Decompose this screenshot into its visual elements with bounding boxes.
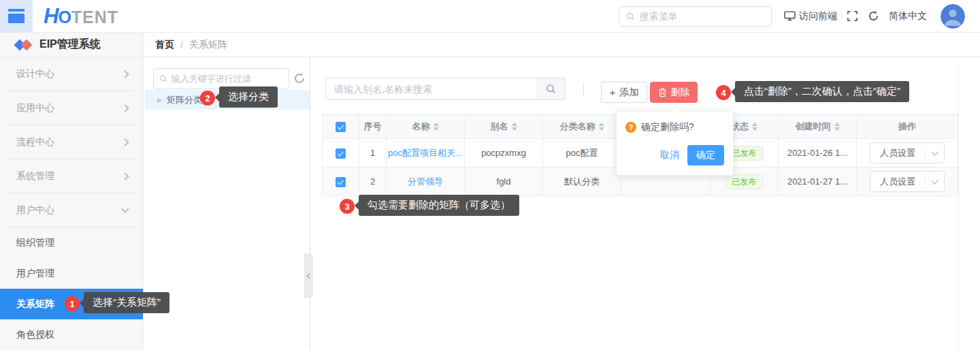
row-checkbox[interactable]	[336, 148, 346, 159]
trash-icon	[658, 88, 667, 97]
table-search-button[interactable]	[536, 78, 566, 100]
header-action: 操作	[857, 114, 958, 139]
fullscreen-icon	[847, 10, 858, 22]
select-all-checkbox[interactable]	[336, 122, 346, 132]
tree-node-label: 矩阵分类	[167, 94, 202, 106]
header-no: 序号	[359, 114, 387, 139]
breadcrumb: 首页 / 关系矩阵	[144, 33, 980, 57]
sidebar-item-flow-center[interactable]: 流程中心	[0, 125, 143, 159]
sidebar-item-user-mgmt[interactable]: 用户管理	[0, 258, 143, 289]
cell-category: poc配置	[543, 139, 621, 168]
sort-icon[interactable]	[434, 123, 439, 131]
table-search-input[interactable]	[334, 84, 528, 95]
confirm-button[interactable]: 确定	[687, 145, 724, 165]
tree-expand-icon[interactable]: ▶	[157, 97, 162, 104]
sidebar-item-org-mgmt[interactable]: 组织管理	[0, 227, 143, 258]
visit-frontend-label: 访问前端	[799, 10, 837, 22]
sidebar-item-role-auth[interactable]: 角色授权	[0, 319, 143, 350]
table-search-box	[325, 78, 537, 100]
logo-letter-h: H	[44, 4, 58, 29]
tree-filter-input[interactable]	[172, 74, 283, 84]
column-label: 分类名称	[560, 121, 595, 133]
step-tooltip: 选择分类	[219, 86, 278, 108]
chevron-right-icon	[121, 104, 129, 112]
sidebar-item-label: 设计中心	[16, 68, 54, 80]
header-select-all-cell	[323, 114, 359, 139]
add-button-label: 添加	[619, 86, 638, 99]
sort-icon[interactable]	[834, 123, 840, 131]
menu-search-box	[619, 6, 772, 27]
tree-refresh-button[interactable]	[293, 72, 306, 87]
step-tooltip: 勾选需要删除的矩阵（可多选）	[359, 195, 519, 216]
menu-fold-icon	[8, 9, 24, 23]
refresh-icon	[868, 10, 879, 22]
refresh-icon	[293, 72, 306, 84]
question-icon: ?	[625, 122, 636, 133]
user-avatar[interactable]	[941, 4, 965, 29]
refresh-button[interactable]	[868, 10, 879, 22]
main-panel-border	[958, 67, 959, 350]
cell-no: 1	[359, 139, 387, 168]
sort-icon[interactable]	[512, 123, 517, 131]
breadcrumb-home[interactable]: 首页	[155, 39, 174, 51]
sidebar-item-system-mgmt[interactable]: 系统管理	[0, 159, 143, 193]
row-select-cell	[323, 139, 359, 168]
chevron-right-icon	[121, 138, 129, 146]
language-switcher[interactable]: 简体中文	[889, 10, 927, 22]
sort-icon[interactable]	[752, 123, 757, 131]
sidebar-item-label: 流程中心	[16, 136, 54, 148]
plus-icon: +	[610, 86, 616, 98]
header-name[interactable]: 名称	[387, 114, 465, 139]
sidebar-item-label: 用户中心	[16, 204, 54, 217]
status-badge: 已发布	[725, 174, 764, 189]
visit-frontend-button[interactable]: 访问前端	[784, 10, 837, 22]
sidebar-item-user-center[interactable]: 用户中心	[0, 193, 143, 227]
add-button[interactable]: + 添加	[601, 82, 647, 103]
row-checkbox[interactable]	[336, 177, 346, 187]
matrix-name-link[interactable]: poc配置项目相关...	[388, 148, 463, 158]
breadcrumb-current: 关系矩阵	[189, 39, 227, 51]
cell-category: 默认分类	[543, 168, 621, 196]
column-label: 序号	[364, 121, 382, 133]
cell-name: 分管领导	[387, 168, 465, 196]
header-category[interactable]: 分类名称	[543, 114, 621, 139]
header-created[interactable]: 创建时间	[779, 114, 857, 139]
cancel-button[interactable]: 取消	[660, 149, 679, 161]
fullscreen-button[interactable]	[847, 10, 858, 22]
chevron-right-icon	[121, 70, 129, 78]
sort-icon[interactable]	[599, 123, 604, 131]
matrix-name-link[interactable]: 分管领导	[408, 176, 443, 187]
personnel-setting-button[interactable]: 人员设置	[870, 171, 945, 192]
eip-logo-icon	[15, 37, 33, 52]
tree-panel-border	[310, 57, 310, 350]
logo-text: TENT	[71, 7, 118, 27]
sidebar-item-app-center[interactable]: 应用中心	[0, 91, 143, 125]
step-tooltip: 选择“关系矩阵”	[84, 292, 169, 313]
menu-search-input[interactable]	[640, 11, 764, 22]
cell-name: poc配置项目相关...	[387, 139, 465, 168]
column-label: 操作	[898, 121, 916, 133]
app-title: EIP管理系统	[39, 37, 101, 52]
personnel-setting-button[interactable]: 人员设置	[870, 142, 945, 163]
avatar-icon	[941, 4, 965, 29]
sidebar-item-label: 用户管理	[16, 268, 54, 280]
step-badge: 4	[716, 85, 731, 100]
search-icon	[546, 84, 556, 94]
delete-button[interactable]: 删除	[650, 82, 698, 103]
sidebar-title-bar: EIP管理系统	[0, 33, 143, 57]
action-dropdown-toggle[interactable]	[926, 172, 944, 191]
header-alias[interactable]: 别名	[465, 114, 543, 139]
delete-button-label: 删除	[671, 86, 690, 99]
top-header: HOTENT 访问前端 简体中文	[0, 0, 980, 33]
action-dropdown-toggle[interactable]	[926, 143, 944, 163]
sidebar-item-design-center[interactable]: 设计中心	[0, 57, 143, 91]
language-label: 简体中文	[889, 10, 927, 22]
delete-confirm-popover: ? 确定删除吗? 取消 确定	[616, 111, 734, 176]
sidebar-item-label: 组织管理	[16, 237, 54, 249]
confirm-message: 确定删除吗?	[641, 121, 694, 133]
menu-fold-button[interactable]	[0, 0, 33, 33]
search-icon	[159, 74, 167, 83]
chevron-down-icon	[932, 177, 938, 184]
sidebar-item-label: 应用中心	[16, 102, 54, 114]
panel-collapse-handle[interactable]	[304, 253, 313, 298]
